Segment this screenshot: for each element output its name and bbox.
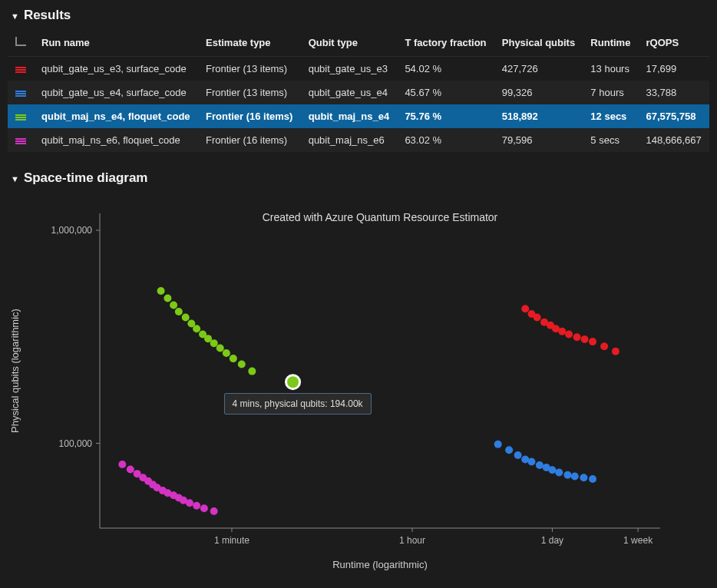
chart-point[interactable] — [157, 287, 165, 295]
col-runtime[interactable]: Runtime — [583, 32, 638, 57]
collapse-icon: ▼ — [11, 12, 19, 21]
series-color-icon — [15, 138, 26, 144]
chart-point[interactable] — [600, 342, 608, 350]
cell-estimate-type: Frontier (16 items) — [198, 104, 301, 128]
table-row[interactable]: qubit_gate_us_e4, surface_codeFrontier (… — [8, 81, 709, 104]
cell-t-fraction: 45.67 % — [397, 81, 494, 104]
col-phys-qubits[interactable]: Physical qubits — [494, 32, 583, 57]
legend-swatch-cell — [8, 81, 34, 104]
chart-point[interactable] — [534, 313, 541, 321]
chart-point[interactable] — [581, 335, 589, 343]
chart-point[interactable] — [216, 344, 224, 352]
chart-point[interactable] — [127, 465, 134, 473]
svg-text:Runtime (logarithmic): Runtime (logarithmic) — [332, 559, 428, 570]
cell-phys-qubits: 518,892 — [494, 104, 583, 128]
chart-point[interactable] — [521, 305, 529, 312]
cell-estimate-type: Frontier (13 items) — [198, 81, 301, 104]
cell-runtime: 12 secs — [583, 104, 638, 128]
chart-point[interactable] — [527, 458, 535, 465]
spacetime-title: Space-time diagram — [24, 170, 148, 186]
chart-point[interactable] — [170, 302, 177, 309]
svg-text:Created with Azure Quantum Res: Created with Azure Quantum Resource Esti… — [263, 211, 498, 223]
spacetime-chart[interactable]: Created with Azure Quantum Resource Esti… — [0, 198, 691, 582]
legend-swatch-cell — [8, 128, 34, 152]
chart-point[interactable] — [210, 339, 218, 347]
svg-text:1 day: 1 day — [541, 535, 563, 546]
chart-point[interactable] — [186, 499, 193, 507]
chart-point[interactable] — [612, 348, 620, 355]
chart-point[interactable] — [563, 471, 571, 479]
table-row[interactable]: qubit_gate_us_e3, surface_codeFrontier (… — [8, 57, 709, 81]
legend-header — [8, 32, 34, 57]
chart-point[interactable] — [558, 328, 566, 335]
cell-runtime: 7 hours — [583, 81, 638, 104]
table-row[interactable]: qubit_maj_ns_e4, floquet_codeFrontier (1… — [8, 104, 709, 128]
results-title: Results — [24, 8, 71, 23]
chart-point[interactable] — [230, 355, 237, 362]
cell-estimate-type: Frontier (13 items) — [198, 57, 301, 81]
chart-point[interactable] — [573, 333, 581, 341]
chart-point[interactable] — [494, 441, 502, 448]
col-rqops[interactable]: rQOPS — [638, 32, 709, 57]
chart-point[interactable] — [118, 461, 126, 468]
chart-point[interactable] — [589, 475, 596, 483]
cell-runtime: 5 secs — [583, 128, 638, 152]
chart-point[interactable] — [514, 451, 522, 459]
cell-t-fraction: 63.02 % — [397, 128, 494, 152]
chart-point[interactable] — [589, 338, 596, 345]
table-legend-icon — [15, 37, 26, 46]
collapse-icon: ▼ — [11, 174, 19, 183]
cell-run-name: qubit_gate_us_e3, surface_code — [34, 57, 198, 81]
col-estimate[interactable]: Estimate type — [198, 32, 301, 57]
chart-point[interactable] — [555, 468, 563, 476]
chart-point[interactable] — [505, 446, 513, 454]
cell-runtime: 13 hours — [583, 57, 638, 81]
cell-estimate-type: Frontier (16 items) — [198, 128, 301, 152]
cell-t-fraction: 75.76 % — [397, 104, 494, 128]
results-section-header[interactable]: ▼ Results — [0, 0, 717, 32]
svg-text:1 hour: 1 hour — [399, 535, 425, 546]
chart-point[interactable] — [200, 504, 208, 512]
chart-point[interactable] — [175, 308, 183, 315]
chart-point-highlight[interactable] — [286, 375, 300, 389]
legend-swatch-cell — [8, 57, 34, 81]
svg-text:1 week: 1 week — [623, 535, 653, 546]
series-color-icon — [15, 114, 26, 121]
chart-point[interactable] — [193, 502, 200, 510]
chart-point[interactable] — [571, 473, 579, 481]
chart-point[interactable] — [580, 474, 587, 481]
col-qubit-type[interactable]: Qubit type — [301, 32, 398, 57]
cell-t-fraction: 54.02 % — [397, 57, 494, 81]
table-row[interactable]: qubit_maj_ns_e6, floquet_codeFrontier (1… — [8, 128, 709, 152]
series-color-icon — [15, 91, 26, 97]
chart-point[interactable] — [565, 330, 573, 338]
cell-qubit-type: qubit_maj_ns_e4 — [301, 104, 398, 128]
spacetime-section-header[interactable]: ▼ Space-time diagram — [0, 163, 717, 195]
cell-qubit-type: qubit_maj_ns_e6 — [301, 128, 398, 152]
chart-point[interactable] — [193, 325, 200, 332]
chart-point[interactable] — [536, 461, 544, 469]
chart-point[interactable] — [182, 313, 190, 321]
cell-rqops: 148,666,667 — [638, 128, 709, 152]
cell-phys-qubits: 427,726 — [494, 57, 583, 81]
results-table: Run name Estimate type Qubit type T fact… — [8, 32, 709, 152]
cell-phys-qubits: 79,596 — [494, 128, 583, 152]
legend-swatch-cell — [8, 104, 34, 128]
cell-qubit-type: qubit_gate_us_e3 — [301, 57, 398, 81]
cell-run-name: qubit_gate_us_e4, surface_code — [34, 81, 198, 104]
svg-text:100,000: 100,000 — [59, 438, 93, 449]
chart-point[interactable] — [210, 507, 218, 515]
svg-text:1,000,000: 1,000,000 — [51, 225, 93, 236]
chart-point[interactable] — [548, 466, 556, 474]
svg-text:Physical qubits (logarithmic): Physical qubits (logarithmic) — [9, 309, 21, 433]
chart-point[interactable] — [238, 361, 246, 368]
cell-rqops: 17,699 — [638, 57, 709, 81]
col-t-fraction[interactable]: T factory fraction — [397, 32, 494, 57]
chart-point[interactable] — [248, 368, 256, 375]
chart-point[interactable] — [164, 294, 171, 302]
cell-rqops: 67,575,758 — [638, 104, 709, 128]
cell-qubit-type: qubit_gate_us_e4 — [301, 81, 398, 104]
col-run-name[interactable]: Run name — [34, 32, 198, 57]
cell-rqops: 33,788 — [638, 81, 709, 104]
chart-point[interactable] — [223, 349, 230, 357]
